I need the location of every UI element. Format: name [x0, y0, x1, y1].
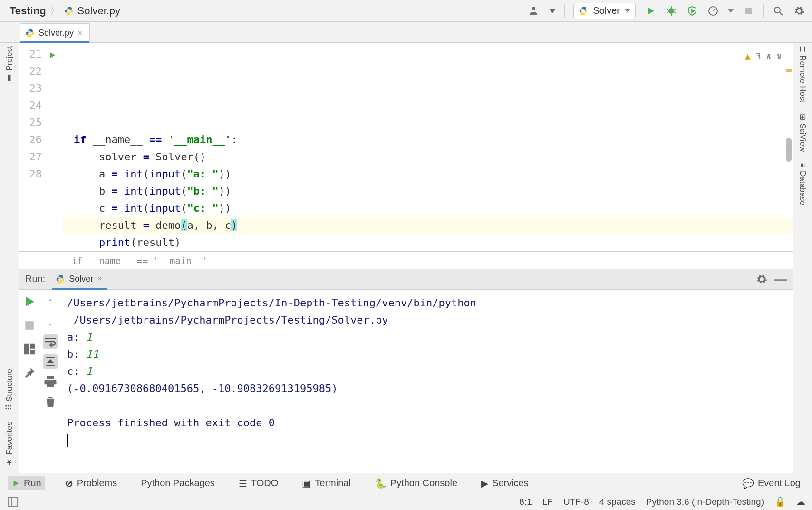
run-toolwindow-button[interactable]: Run: [8, 476, 45, 490]
terminal-toolwindow-button[interactable]: ▣Terminal: [298, 476, 355, 491]
close-tab-icon[interactable]: ×: [77, 28, 83, 38]
todo-icon: ☰: [239, 478, 247, 489]
code-line[interactable]: if __name__ == '__main__':: [74, 131, 793, 148]
run-panel-header: Run: Solver × —: [19, 269, 793, 290]
svg-point-6: [774, 7, 780, 13]
print-button[interactable]: [43, 374, 58, 389]
console-c-val: 1: [86, 365, 92, 377]
gutter-line-number[interactable]: 27: [19, 148, 42, 166]
python-packages-toolwindow-button[interactable]: Python Packages: [137, 476, 219, 490]
scroll-up-button[interactable]: ↑: [43, 294, 58, 309]
editor-tab-bar: Solver.py ×: [0, 22, 812, 43]
terminal-tw-label: Terminal: [315, 478, 351, 489]
scroll-down-button[interactable]: ↓: [43, 314, 58, 329]
line-separator[interactable]: LF: [542, 497, 553, 507]
run-panel-tab[interactable]: Solver ×: [52, 270, 107, 289]
console-actions-column: ↑ ↓: [39, 290, 61, 473]
gutter-line-number[interactable]: 22: [19, 63, 42, 80]
search-everywhere-button[interactable]: [772, 5, 784, 17]
svg-rect-7: [25, 321, 34, 330]
run-panel-tab-label: Solver: [69, 274, 93, 284]
coverage-button[interactable]: [686, 5, 698, 17]
code-line[interactable]: a = int(input("a: ")): [74, 166, 793, 183]
run-config-selector[interactable]: Solver: [573, 3, 636, 19]
scroll-to-end-button[interactable]: [43, 354, 58, 369]
favorites-tool-button[interactable]: ★ Favorites: [5, 422, 14, 467]
event-log-toolwindow-button[interactable]: 💬Event Log: [738, 476, 804, 491]
gutter-line-number[interactable]: 25: [19, 114, 42, 131]
svg-rect-11: [9, 498, 17, 506]
gutter-line-number[interactable]: 24: [19, 97, 42, 114]
remote-host-label: Remote Host: [798, 55, 807, 102]
ide-status-icon[interactable]: ☁: [796, 496, 805, 507]
breadcrumb-project[interactable]: Testing: [10, 5, 46, 17]
event-log-icon: 💬: [742, 478, 754, 489]
code-editor[interactable]: 2122232425262728 ▲ 3 ∧ ∨ if __name__ == …: [19, 43, 793, 252]
svg-point-3: [668, 8, 674, 14]
gutter-line-number[interactable]: 23: [19, 80, 42, 97]
indent-settings[interactable]: 4 spaces: [599, 497, 636, 507]
project-tool-button[interactable]: ▮ Project: [5, 46, 14, 83]
remote-icon: ≣: [798, 46, 807, 52]
more-run-dropdown-icon[interactable]: [728, 9, 734, 13]
run-line-icon[interactable]: [48, 48, 57, 65]
user-dropdown-icon[interactable]: [549, 9, 556, 13]
code-line[interactable]: print(result): [74, 234, 793, 251]
breadcrumbs-bar[interactable]: if __name__ == '__main__': [19, 252, 793, 269]
separator: [564, 4, 565, 18]
structure-tool-button[interactable]: ⠿ Structure: [5, 369, 14, 410]
soft-wrap-button[interactable]: [43, 334, 58, 349]
python-file-icon: [25, 29, 35, 38]
services-toolwindow-button[interactable]: ▶Services: [477, 476, 532, 491]
rerun-button[interactable]: [22, 294, 37, 309]
caret-position[interactable]: 8:1: [519, 497, 532, 507]
inspections-widget[interactable]: ▲ 3 ∧ ∨: [745, 48, 782, 65]
code-line[interactable]: c = int(input("c: ")): [74, 200, 793, 217]
read-only-toggle-icon[interactable]: 🔓: [774, 496, 786, 507]
python-console-toolwindow-button[interactable]: 🐍Python Console: [371, 476, 461, 491]
svg-rect-12: [9, 498, 11, 506]
debug-button[interactable]: [665, 5, 677, 17]
run-button[interactable]: [644, 5, 657, 17]
gutter-line-number[interactable]: 26: [19, 131, 42, 148]
sciview-tool-button[interactable]: ⊞ SciView: [798, 114, 807, 152]
code-crumb[interactable]: if __name__ == '__main__': [72, 255, 208, 266]
close-run-tab-icon[interactable]: ×: [97, 274, 102, 284]
database-tool-button[interactable]: ≡ Database: [798, 163, 807, 206]
stop-button: [742, 5, 754, 17]
python-icon: [56, 275, 65, 284]
run-settings-button[interactable]: [755, 273, 768, 285]
breadcrumb-file[interactable]: Solver.py: [77, 5, 121, 17]
warning-icon: ▲: [745, 48, 751, 65]
console-a-val: 1: [86, 331, 92, 343]
toolwindows-quick-access-icon[interactable]: [7, 496, 19, 508]
editor-tab-label: Solver.py: [39, 28, 74, 38]
settings-button[interactable]: [793, 5, 805, 17]
next-highlight-icon[interactable]: ∨: [776, 48, 782, 65]
file-encoding[interactable]: UTF-8: [563, 497, 589, 507]
clear-all-button[interactable]: [43, 394, 58, 409]
code-line[interactable]: solver = Solver(): [74, 148, 793, 166]
inspection-marker[interactable]: [786, 69, 792, 72]
python-interpreter[interactable]: Python 3.6 (In-Depth-Testing): [646, 497, 764, 507]
console-b-val: 11: [86, 348, 99, 360]
database-label: Database: [798, 171, 807, 206]
profile-button[interactable]: [707, 5, 719, 17]
user-icon[interactable]: [528, 5, 541, 17]
python-icon: 🐍: [375, 478, 387, 489]
todo-toolwindow-button[interactable]: ☰TODO: [235, 476, 282, 491]
code-line[interactable]: result = demo(a, b, c): [74, 217, 793, 234]
hide-run-panel-button[interactable]: —: [774, 273, 787, 285]
problems-toolwindow-button[interactable]: ⊘Problems: [61, 476, 121, 491]
pin-button[interactable]: [22, 366, 37, 380]
editor-tab-solver[interactable]: Solver.py ×: [20, 23, 90, 42]
breadcrumb[interactable]: Testing 〉 Solver.py: [10, 4, 120, 18]
console-output[interactable]: /Users/jetbrains/PycharmProjects/In-Dept…: [61, 290, 793, 473]
gutter-line-number[interactable]: 28: [19, 166, 42, 183]
gutter[interactable]: 2122232425262728: [19, 43, 63, 251]
code-line[interactable]: b = int(input("b: ")): [74, 183, 793, 200]
gutter-line-number[interactable]: 21: [19, 46, 42, 63]
prev-highlight-icon[interactable]: ∧: [766, 48, 772, 65]
remote-host-tool-button[interactable]: ≣ Remote Host: [798, 46, 807, 102]
layout-button[interactable]: [22, 342, 37, 356]
